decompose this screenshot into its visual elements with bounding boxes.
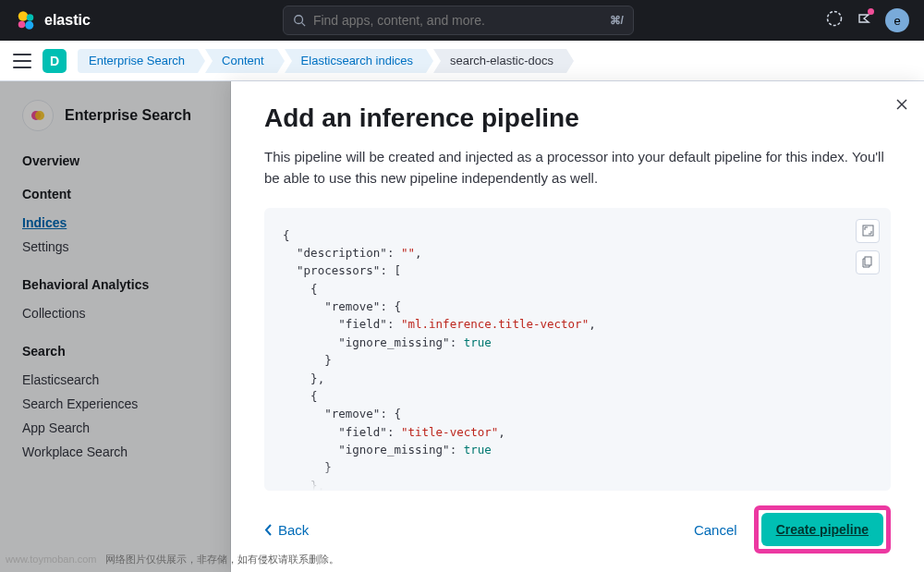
search-shortcut-hint: ⌘/ bbox=[610, 14, 624, 27]
footer-right: Cancel Create pipeline bbox=[694, 505, 891, 554]
avatar-initial: e bbox=[894, 14, 900, 28]
elastic-logo-icon bbox=[15, 9, 37, 31]
top-header: elastic ⌘/ e bbox=[0, 0, 924, 41]
breadcrumbs: Enterprise Search Content Elasticsearch … bbox=[78, 49, 574, 73]
create-button-highlight: Create pipeline bbox=[754, 505, 891, 554]
search-icon bbox=[293, 14, 306, 27]
space-selector[interactable]: D bbox=[43, 49, 67, 73]
notification-dot bbox=[868, 8, 874, 15]
breadcrumb-item[interactable]: Enterprise Search bbox=[78, 49, 198, 73]
flyout-panel: Add an inference pipeline This pipeline … bbox=[231, 81, 924, 572]
breadcrumb-item[interactable]: Content bbox=[205, 49, 277, 73]
watermark-domain: www.toymoban.com bbox=[6, 554, 96, 565]
code-fade bbox=[264, 463, 891, 491]
svg-point-4 bbox=[295, 16, 303, 24]
svg-point-3 bbox=[25, 21, 33, 30]
back-label: Back bbox=[278, 522, 309, 538]
search-input[interactable] bbox=[313, 13, 602, 28]
flyout-title: Add an inference pipeline bbox=[264, 103, 891, 133]
flyout-description: This pipeline will be created and inject… bbox=[264, 146, 891, 189]
header-actions: e bbox=[826, 8, 909, 32]
code-content: { "description": "", "processors": [ { "… bbox=[283, 226, 872, 492]
fullscreen-icon[interactable] bbox=[856, 219, 880, 243]
help-icon[interactable] bbox=[826, 10, 843, 30]
close-icon[interactable] bbox=[896, 98, 907, 113]
global-search[interactable]: ⌘/ bbox=[283, 6, 634, 35]
collapse-nav-icon[interactable] bbox=[13, 54, 31, 68]
svg-rect-11 bbox=[863, 225, 873, 236]
svg-point-2 bbox=[18, 21, 26, 29]
space-initial: D bbox=[50, 54, 59, 68]
watermark: www.toymoban.com 网络图片仅供展示，非存储，如有侵权请联系删除。 bbox=[6, 553, 339, 566]
copy-icon[interactable] bbox=[856, 250, 880, 274]
svg-rect-12 bbox=[865, 257, 871, 265]
flyout-body: Add an inference pipeline This pipeline … bbox=[231, 81, 924, 491]
breadcrumb-item-current: search-elastic-docs bbox=[433, 49, 566, 73]
watermark-cn: 网络图片仅供展示，非存储，如有侵权请联系删除。 bbox=[105, 554, 339, 565]
brand-text: elastic bbox=[44, 12, 91, 29]
pipeline-code-block: { "description": "", "processors": [ { "… bbox=[264, 208, 891, 492]
svg-point-1 bbox=[27, 14, 34, 21]
svg-point-6 bbox=[828, 12, 842, 26]
svg-point-0 bbox=[18, 11, 29, 21]
brand-cluster[interactable]: elastic bbox=[15, 9, 91, 31]
breadcrumb-item[interactable]: Elasticsearch indices bbox=[285, 49, 426, 73]
user-avatar[interactable]: e bbox=[885, 8, 909, 32]
cancel-button[interactable]: Cancel bbox=[694, 522, 737, 538]
code-actions bbox=[856, 219, 880, 274]
create-pipeline-button[interactable]: Create pipeline bbox=[761, 513, 883, 546]
newsfeed-icon[interactable] bbox=[856, 10, 872, 30]
breadcrumb-row: D Enterprise Search Content Elasticsearc… bbox=[0, 41, 924, 81]
back-button[interactable]: Back bbox=[264, 522, 309, 538]
svg-line-5 bbox=[302, 23, 306, 27]
chevron-left-icon bbox=[264, 524, 273, 536]
